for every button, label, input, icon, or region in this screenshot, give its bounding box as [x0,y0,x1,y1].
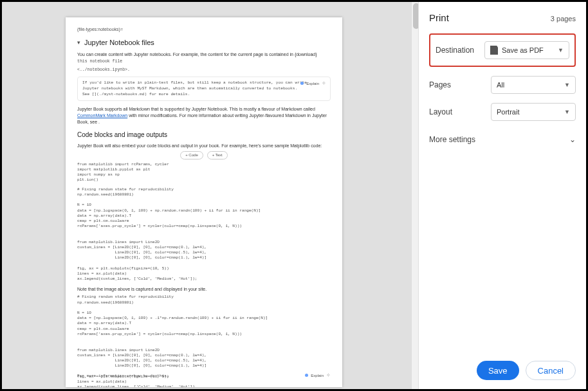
preview-page: (file-types:notebooks)= ▾ Jupyter Notebo… [66,17,342,387]
destination-select[interactable]: Save as PDF ▼ [484,41,569,59]
chevron-down-icon: ▾ [77,39,80,47]
breadcrumb: (file-types:notebooks)= [77,26,331,33]
more-settings-label: More settings [429,135,475,144]
pages-row: Pages All ▼ [429,76,576,94]
chevron-down-icon: ⌄ [569,135,576,144]
page-footer-left: For more information on how to do this, [77,374,169,378]
settings-star-icon: ✧ [322,80,326,87]
print-preview-area: (file-types:notebooks)= ▾ Jupyter Notebo… [2,2,420,389]
cancel-button[interactable]: Cancel [526,361,576,380]
subheading-code-blocks: Code blocks and image outputs [77,131,331,140]
section-heading-text: Jupyter Notebook files [84,38,154,48]
code-block-2: # Fixing random state for reproducibilit… [77,187,331,282]
more-settings-row[interactable]: More settings ⌄ [429,135,576,144]
code-block-1: from matplotlib import rcParams, cycler … [77,162,331,183]
settings-star-icon: ✧ [326,372,331,378]
explain-label: Explain [306,81,319,86]
explain-label: Explain [311,374,324,377]
print-settings-panel: Print 3 pages Destination Save as PDF ▼ [418,2,586,389]
pages-label: Pages [429,80,451,89]
section-heading: ▾ Jupyter Notebook files [77,38,331,48]
save-button[interactable]: Save [477,361,519,380]
pages-value: All [497,81,504,89]
chevron-down-icon: ▼ [558,47,564,53]
chevron-down-icon: ▼ [564,82,570,88]
print-dialog-window: (file-types:notebooks)= ▾ Jupyter Notebo… [0,0,588,391]
support-paragraph: Jupyter Book supports all Markdown that … [77,106,331,125]
intro-paragraph: You can create content with Jupyter note… [77,51,331,64]
explain-pill[interactable]: Explain ✧ [300,80,326,87]
text-tab[interactable]: + Text [207,151,228,159]
intro-text: You can create content with Jupyter note… [77,52,317,57]
note-paragraph: Note that the image above is captured an… [77,286,331,293]
destination-label: Destination [436,46,474,55]
embed-paragraph: Jupyter Book will also embed your code b… [77,143,331,149]
destination-highlight-box: Destination Save as PDF ▼ [429,33,576,67]
note-box-text: If you'd like to write in plain-text fil… [82,80,326,97]
panel-footer: Save Cancel [477,361,576,380]
explain-dot-icon [300,82,304,85]
intro-path: <../notebooks.ipynb>. [77,67,331,73]
footer-explain-pill[interactable]: Explain ✧ [305,372,331,378]
layout-label: Layout [429,107,452,116]
commonmark-link[interactable]: CommonMark Markdown [77,113,127,118]
panel-header: Print 3 pages [429,12,576,23]
note-box: Explain ✧ If you'd like to write in plai… [77,77,331,101]
preview-page-content: (file-types:notebooks)= ▾ Jupyter Notebo… [66,17,342,387]
layout-row: Layout Portrait ▼ [429,103,576,121]
explain-dot-icon [305,374,308,377]
mini-tab-row: + Code + Text [77,151,331,159]
layout-value: Portrait [497,108,519,116]
panel-title: Print [429,12,449,23]
pages-select[interactable]: All ▼ [491,76,576,94]
layout-select[interactable]: Portrait ▼ [491,103,576,121]
code-tab[interactable]: + Code [180,151,203,159]
chevron-down-icon: ▼ [564,109,570,115]
intro-inline-code: this notebook file [77,59,122,64]
pdf-file-icon [490,46,498,55]
support-text-1: Jupyter Book supports all Markdown that … [77,107,315,111]
destination-row: Destination Save as PDF ▼ [436,41,569,59]
destination-value: Save as PDF [502,46,544,54]
page-count: 3 pages [551,15,576,23]
